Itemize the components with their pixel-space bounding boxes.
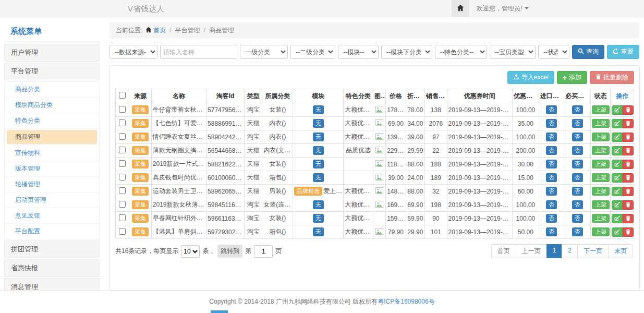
sidebar-item-feedback[interactable]: 意见反馈 <box>5 208 99 224</box>
jump-button[interactable]: 跳转到 <box>217 245 242 258</box>
import-select-toggle[interactable]: 否 <box>546 105 557 114</box>
filter-status[interactable]: --状态-- <box>538 45 569 59</box>
pager-next[interactable]: 下一页 <box>577 244 609 258</box>
must-buy-toggle[interactable]: 否 <box>572 214 583 223</box>
sidebar-item-group-buy-mgmt[interactable]: 拼团管理 <box>4 240 100 258</box>
sidebar-item-platform-config[interactable]: 平台配置 <box>5 224 99 239</box>
import-select-toggle[interactable]: 否 <box>546 133 557 141</box>
row-checkbox[interactable] <box>119 214 126 221</box>
import-select-toggle[interactable]: 否 <box>546 214 557 223</box>
sidebar-item-goods-category[interactable]: 商品分类 <box>5 82 99 98</box>
import-select-toggle[interactable]: 否 <box>546 160 557 168</box>
edit-button[interactable] <box>612 119 623 128</box>
must-buy-toggle[interactable]: 否 <box>572 227 583 236</box>
must-buy-toggle[interactable]: 否 <box>572 105 583 114</box>
edit-button[interactable] <box>612 133 623 142</box>
filter-data-source[interactable]: --数据来源-- <box>110 45 157 59</box>
pager-page-2[interactable]: 2 <box>562 244 578 258</box>
row-checkbox[interactable] <box>119 187 126 194</box>
status-button[interactable]: 上架 <box>592 133 610 141</box>
edit-button[interactable] <box>612 200 623 210</box>
delete-button[interactable] <box>623 105 634 115</box>
row-checkbox[interactable] <box>119 160 126 167</box>
row-checkbox[interactable] <box>119 106 126 113</box>
sidebar-item-version-mgmt[interactable]: 版本管理 <box>5 161 99 177</box>
delete-button[interactable] <box>623 173 634 183</box>
edit-button[interactable] <box>612 160 623 169</box>
per-page-select[interactable]: 10 <box>181 245 200 258</box>
reset-button[interactable]: 重置 <box>607 45 639 59</box>
delete-button[interactable] <box>623 214 634 223</box>
row-checkbox[interactable] <box>119 133 126 140</box>
status-button[interactable]: 上架 <box>592 160 610 168</box>
delete-button[interactable] <box>623 187 634 196</box>
filter-module-sub[interactable]: --模块下分类-- <box>381 45 432 59</box>
status-button[interactable]: 上架 <box>592 200 610 209</box>
sidebar-item-platform-mgmt[interactable]: 平台管理 <box>4 63 100 80</box>
status-button[interactable]: 上架 <box>592 119 610 128</box>
filter-cat2[interactable]: --二级分类-- <box>290 45 335 59</box>
delete-button[interactable] <box>623 119 634 128</box>
import-select-toggle[interactable]: 否 <box>546 173 557 182</box>
status-button[interactable]: 上架 <box>592 187 610 196</box>
filter-item-type[interactable]: --宝贝类型-- <box>490 45 536 59</box>
import-select-toggle[interactable]: 否 <box>546 200 557 209</box>
edit-button[interactable] <box>612 214 623 223</box>
sidebar-item-carousel-mgmt[interactable]: 轮播管理 <box>5 177 99 192</box>
filter-module[interactable]: --模块-- <box>338 45 379 59</box>
user-menu[interactable]: 欢迎您，管理员! <box>477 4 529 13</box>
edit-button[interactable] <box>612 105 623 115</box>
select-all-checkbox[interactable] <box>119 92 126 99</box>
filter-feature[interactable]: --特色分类-- <box>435 45 487 59</box>
import-select-toggle[interactable]: 否 <box>546 227 557 236</box>
edit-button[interactable] <box>612 146 623 155</box>
import-select-toggle[interactable]: 否 <box>546 187 557 196</box>
pager-page-1[interactable]: 1 <box>546 244 563 258</box>
status-button[interactable]: 上架 <box>592 105 610 114</box>
import-excel-button[interactable]: 导入excel <box>507 71 554 84</box>
must-buy-toggle[interactable]: 否 <box>572 173 583 182</box>
page-number-input[interactable] <box>254 245 273 258</box>
filter-name-input[interactable] <box>160 45 237 59</box>
row-checkbox[interactable] <box>119 174 126 180</box>
sidebar-item-goods-mgmt[interactable]: 商品管理 <box>7 130 97 145</box>
import-select-toggle[interactable]: 否 <box>546 146 557 155</box>
delete-button[interactable] <box>623 227 634 237</box>
row-checkbox[interactable] <box>119 228 126 235</box>
pager-last[interactable]: 末页 <box>608 244 633 258</box>
sidebar-item-splash-mgmt[interactable]: 启动页管理 <box>5 192 99 208</box>
delete-button[interactable] <box>623 133 634 142</box>
batch-delete-button[interactable]: 批量删除 <box>590 71 634 84</box>
sidebar-item-user-mgmt[interactable]: 用户管理 <box>4 44 100 62</box>
edit-button[interactable] <box>612 173 623 183</box>
status-button[interactable]: 上架 <box>592 214 610 223</box>
search-button[interactable]: 查询 <box>572 45 604 59</box>
import-select-toggle[interactable]: 否 <box>546 119 557 128</box>
must-buy-toggle[interactable]: 否 <box>572 187 583 196</box>
edit-button[interactable] <box>612 187 623 196</box>
status-button[interactable]: 上架 <box>592 227 610 236</box>
status-button[interactable]: 上架 <box>592 173 610 182</box>
edit-button[interactable] <box>612 227 623 237</box>
filter-cat1[interactable]: 一级分类 <box>240 45 288 59</box>
status-button[interactable]: 上架 <box>592 146 610 155</box>
must-buy-toggle[interactable]: 否 <box>572 119 583 128</box>
sidebar-item-saving-news[interactable]: 省惠快报 <box>4 259 100 277</box>
icp-link[interactable]: 粤ICP备16098006号 <box>378 298 434 305</box>
breadcrumb-home-link[interactable]: 首页 <box>153 27 166 34</box>
must-buy-toggle[interactable]: 否 <box>572 146 583 155</box>
home-button[interactable] <box>452 0 469 17</box>
delete-button[interactable] <box>623 160 634 169</box>
delete-button[interactable] <box>623 200 634 210</box>
sidebar-item-feature-category[interactable]: 特色分类 <box>5 113 99 129</box>
delete-button[interactable] <box>623 146 634 155</box>
row-checkbox[interactable] <box>119 119 126 126</box>
sidebar-item-module-goods-category[interactable]: 模块商品分类 <box>5 98 99 113</box>
sidebar-item-message-mgmt[interactable]: 消息管理 <box>4 278 100 291</box>
must-buy-toggle[interactable]: 否 <box>572 200 583 209</box>
row-checkbox[interactable] <box>119 147 126 153</box>
must-buy-toggle[interactable]: 否 <box>572 160 583 168</box>
row-checkbox[interactable] <box>119 201 126 208</box>
must-buy-toggle[interactable]: 否 <box>572 133 583 141</box>
sidebar-item-promo-material[interactable]: 宣传物料 <box>5 146 99 161</box>
